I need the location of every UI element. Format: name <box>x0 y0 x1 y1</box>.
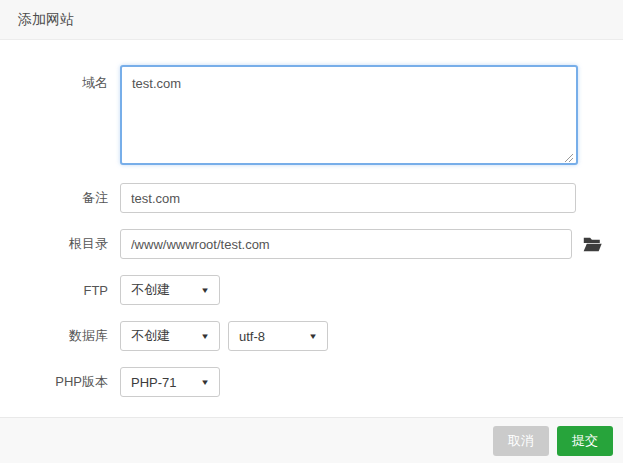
add-website-dialog: 添加网站 域名 test.com 备注 根目录 <box>0 0 623 463</box>
dialog-title: 添加网站 <box>18 11 74 29</box>
remark-row: 备注 <box>20 183 603 213</box>
charset-select-value: utf-8 <box>239 329 265 344</box>
database-row: 数据库 不创建 ▼ utf-8 ▼ <box>20 321 603 351</box>
ftp-select[interactable]: 不创建 ▼ <box>120 275 220 305</box>
chevron-down-icon: ▼ <box>200 286 210 295</box>
php-version-row: PHP版本 PHP-71 ▼ <box>20 367 603 397</box>
php-version-select-value: PHP-71 <box>131 375 177 390</box>
charset-select[interactable]: utf-8 ▼ <box>228 321 328 351</box>
database-select-value: 不创建 <box>131 327 170 345</box>
domain-label: 域名 <box>20 65 120 92</box>
dialog-body: 域名 test.com 备注 根目录 <box>0 40 623 417</box>
database-label: 数据库 <box>20 327 120 345</box>
domain-row: 域名 test.com <box>20 65 603 165</box>
submit-button[interactable]: 提交 <box>557 426 613 456</box>
chevron-down-icon: ▼ <box>200 378 210 387</box>
root-dir-label: 根目录 <box>20 235 120 253</box>
cancel-button[interactable]: 取消 <box>493 426 549 456</box>
domain-textarea[interactable]: test.com <box>120 65 578 165</box>
root-dir-row: 根目录 <box>20 229 603 259</box>
dialog-header: 添加网站 <box>0 0 623 40</box>
php-version-label: PHP版本 <box>20 373 120 391</box>
remark-input[interactable] <box>120 183 576 213</box>
folder-open-icon[interactable] <box>582 234 602 254</box>
ftp-row: FTP 不创建 ▼ <box>20 275 603 305</box>
php-version-select[interactable]: PHP-71 ▼ <box>120 367 220 397</box>
chevron-down-icon: ▼ <box>308 332 318 341</box>
domain-textarea-wrap: test.com <box>120 65 578 165</box>
ftp-select-value: 不创建 <box>131 281 170 299</box>
root-dir-input[interactable] <box>120 229 572 259</box>
ftp-label: FTP <box>20 283 120 298</box>
database-select[interactable]: 不创建 ▼ <box>120 321 220 351</box>
chevron-down-icon: ▼ <box>200 332 210 341</box>
resize-handle-icon[interactable] <box>563 148 573 158</box>
remark-label: 备注 <box>20 189 120 207</box>
dialog-footer: 取消 提交 <box>0 417 623 463</box>
